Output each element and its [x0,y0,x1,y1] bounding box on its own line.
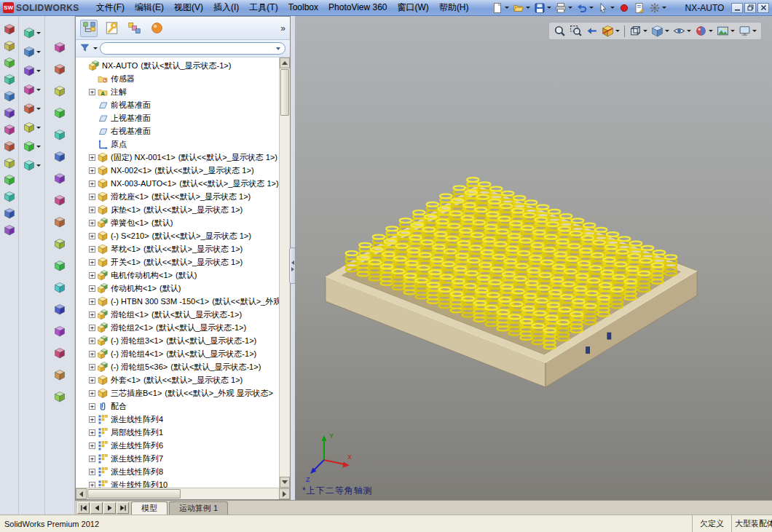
window-minimize-button[interactable] [731,3,743,13]
configurationmanager-tab[interactable] [125,20,143,37]
expand-icon[interactable]: + [89,416,95,423]
linear-pattern-button[interactable] [20,156,44,175]
revolved-boss-button[interactable] [20,42,44,61]
view-settings-button[interactable] [737,23,758,39]
lofted-boss-button[interactable] [20,80,44,99]
zoom-fit-button[interactable] [552,23,567,39]
window-restore-button[interactable] [744,3,756,13]
expand-icon[interactable]: + [89,167,95,174]
vcr-last-button[interactable] [117,502,129,514]
expand-icon[interactable]: + [89,298,95,305]
filter-input[interactable] [100,42,285,55]
expand-icon[interactable]: + [89,377,95,384]
new-document-button[interactable] [490,1,511,15]
expand-icon[interactable]: + [89,233,95,239]
tree-item-配合[interactable]: +配合 [76,400,279,413]
vcr-next-button[interactable] [103,502,116,514]
sketch-fillet-button[interactable] [48,233,71,255]
expand-icon[interactable]: + [89,272,95,279]
expand-icon[interactable]: + [89,220,95,226]
expand-icon[interactable]: + [89,311,95,318]
extruded-boss-button[interactable] [20,23,44,42]
display-style-button[interactable] [650,23,671,39]
linear-sketch-pattern-button[interactable] [48,342,71,364]
tree-item-三芯插座B<1>[interactable]: +三芯插座B<1>(默认<<默认>_外观 显示状态> [76,386,279,400]
tree-item-滑轮组<1>[interactable]: +滑轮组<1>(默认<默认_显示状态-1>) [76,308,279,321]
scroll-right-button[interactable] [279,488,290,499]
open-button[interactable] [511,1,532,15]
tree-item-弹簧包<1>[interactable]: +弹簧包<1>(默认) [76,216,279,229]
menu-Toolbox[interactable]: Toolbox [283,0,323,15]
section-view-button[interactable] [600,23,621,39]
expand-icon[interactable]: + [89,482,95,488]
tree-item-上视基准面[interactable]: +上视基准面 [76,111,279,124]
horizontal-scrollbar-thumb[interactable] [87,489,181,499]
convert-entities-button[interactable] [48,277,71,298]
move-component-button[interactable] [1,87,18,104]
reference-geometry-button[interactable] [1,154,18,171]
tree-item-琴枕<1>[interactable]: +琴枕<1>(默认<<默认>_显示状态 1>) [76,242,279,255]
tree-item-前视基准面[interactable]: +前视基准面 [76,98,279,111]
menu-窗口(W)[interactable]: 窗口(W) [393,0,434,15]
previous-view-button[interactable] [584,23,599,39]
extruded-cut-button[interactable] [20,99,44,118]
vcr-previous-button[interactable] [90,502,103,514]
expand-icon[interactable]: + [89,89,95,95]
scroll-down-button[interactable] [280,477,290,488]
polygon-button[interactable] [48,167,71,189]
smart-fasteners-button[interactable] [1,71,18,87]
rotate-component-button[interactable] [1,104,18,121]
expand-icon[interactable]: + [89,259,95,266]
hole-wizard-button[interactable] [20,118,44,137]
expand-icon[interactable]: + [89,154,95,161]
hide-show-items-button[interactable] [671,23,693,39]
file-properties-button[interactable] [632,1,647,15]
linear-component-pattern-button[interactable] [1,54,18,71]
smart-dimension-button[interactable] [48,58,71,80]
displaymanager-tab[interactable] [148,20,165,37]
undo-button[interactable] [575,1,595,15]
tree-item-(-) HTBN 300 S3M -150<1>[interactable]: +(-) HTBN 300 S3M -150<1>(默认<<默认>_外观 显示状… [76,295,279,308]
assembly-features-button[interactable] [1,138,18,154]
tree-item-滑轮组2<1>[interactable]: +滑轮组2<1>(默认<默认_显示状态-1>) [76,321,279,334]
propertymanager-tab[interactable] [103,20,120,37]
zoom-area-button[interactable] [568,23,583,39]
expand-icon[interactable]: + [89,364,95,370]
trim-entities-button[interactable] [48,255,71,277]
expand-icon[interactable]: + [89,246,95,253]
bill-of-materials-button[interactable] [1,188,18,205]
print-button[interactable] [554,1,574,15]
tree-item-派生线性阵列7[interactable]: +派生线性阵列7 [76,452,279,465]
menu-工具(T)[interactable]: 工具(T) [244,0,283,15]
expand-icon[interactable]: + [89,469,95,475]
filter-icon[interactable] [80,43,90,55]
tree-item-派生线性阵列8[interactable]: +派生线性阵列8 [76,465,279,478]
menu-视图(V)[interactable]: 视图(V) [169,0,208,15]
options-button[interactable] [647,1,668,15]
tree-item-派生线性阵列10[interactable]: +派生线性阵列10 [76,478,279,488]
tree-item-电机传动机构<1>[interactable]: +电机传动机构<1>(默认) [76,269,279,282]
menu-文件(F)[interactable]: 文件(F) [91,0,130,15]
tree-item-(固定) NX-001<1>[interactable]: +(固定) NX-001<1>(默认<<默认>_显示状态 1>) [76,151,279,164]
tree-item-派生线性阵列4[interactable]: +派生线性阵列4 [76,413,279,426]
tree-item-外套<1>[interactable]: +外套<1>(默认<<默认>_显示状态 1>) [76,373,279,386]
tree-item-局部线性阵列1[interactable]: +局部线性阵列1 [76,426,279,439]
display-delete-relations-button[interactable] [48,386,71,408]
offset-entities-button[interactable] [48,298,71,320]
menu-帮助(H)[interactable]: 帮助(H) [434,0,474,15]
mate-button[interactable] [1,37,18,54]
expand-icon[interactable]: + [89,325,95,331]
expand-icon[interactable]: + [89,338,95,344]
save-button[interactable] [532,1,553,15]
expand-icon[interactable]: + [89,429,95,436]
expand-icon[interactable]: + [89,403,95,410]
tree-item-传感器[interactable]: +传感器 [76,72,279,85]
scroll-left-button[interactable] [76,488,87,499]
vcr-first-button[interactable] [77,502,90,514]
tree-item-NX-003-AUTO<1>[interactable]: +NX-003-AUTO<1>(默认<<默认>_显示状态 1>) [76,177,279,190]
exploded-view-button[interactable] [1,205,18,221]
tab-运动算例 1[interactable]: 运动算例 1 [169,501,228,515]
menu-编辑(E)[interactable]: 编辑(E) [130,0,169,15]
vertical-scrollbar-thumb[interactable] [280,69,289,116]
circle-button[interactable] [48,124,71,146]
